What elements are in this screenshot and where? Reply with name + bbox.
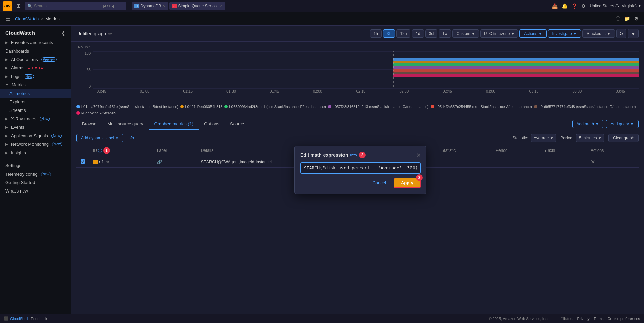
dialog-close-button[interactable]: ✕ xyxy=(416,152,421,158)
y-label-130: 130 xyxy=(85,51,91,55)
sidebar-collapse-button[interactable]: ❮ xyxy=(61,30,65,36)
gear-icon[interactable]: ⚙ xyxy=(581,3,586,9)
search-bar[interactable]: 🔍 [Alt+S] xyxy=(25,2,126,10)
time-3h-button[interactable]: 3h xyxy=(383,29,395,38)
period-select[interactable]: 5 minutes ▼ xyxy=(576,134,604,142)
apps-icon[interactable]: ⊞ xyxy=(15,2,22,10)
question-icon[interactable]: ❓ xyxy=(572,3,577,9)
region-dropdown-arrow: ▼ xyxy=(638,4,641,8)
sidebar-item-xray[interactable]: ▶ X-Ray traces New xyxy=(0,115,71,123)
sidebar-item-telemetry[interactable]: Telemetry config New xyxy=(0,170,71,178)
app-signals-new-badge: New xyxy=(51,134,62,138)
actions-dropdown-icon: ▼ xyxy=(539,32,542,36)
time-3d-button[interactable]: 3d xyxy=(425,29,437,38)
sidebar-item-logs[interactable]: ▶ Logs New xyxy=(0,72,71,81)
bell-icon[interactable]: 🔔 xyxy=(562,3,568,9)
legend-label-2: i-05500964ad2f3dbc1 (ssmStack/Instance-E… xyxy=(229,105,326,109)
time-1h-button[interactable]: 1h xyxy=(370,29,382,38)
actions-button[interactable]: Actions ▼ xyxy=(519,29,546,38)
add-dynamic-label-button[interactable]: Add dynamic label ▼ xyxy=(76,134,123,142)
refresh-dropdown-button[interactable]: ▼ xyxy=(628,29,639,38)
sidebar-item-settings[interactable]: Settings xyxy=(0,161,71,170)
dialog-actions: Cancel Apply 3 xyxy=(300,178,421,188)
sidebar-item-dashboards[interactable]: Dashboards xyxy=(0,47,71,55)
insights-arrow: ▶ xyxy=(5,151,8,155)
row-checkbox[interactable] xyxy=(81,159,85,164)
row-checkbox-cell[interactable] xyxy=(76,156,89,168)
sidebar-item-getting-started[interactable]: Getting Started xyxy=(0,178,71,187)
clear-graph-button[interactable]: Clear graph xyxy=(608,134,639,142)
tab-browse[interactable]: Browse xyxy=(76,119,102,130)
sidebar-label-alarms: Alarms xyxy=(11,65,24,70)
aws-logo: aws xyxy=(3,1,12,11)
tab-options[interactable]: Options xyxy=(199,119,225,130)
math-expression-input[interactable] xyxy=(300,162,421,174)
cookie-link[interactable]: Cookie preferences xyxy=(608,317,640,321)
row-label-link-icon[interactable]: 🔗 xyxy=(157,160,162,164)
sidebar-item-favorites[interactable]: ▶ Favorites and recents xyxy=(0,38,71,47)
dialog-cancel-button[interactable]: Cancel xyxy=(368,178,391,188)
x-label-0100: 01:00 xyxy=(140,89,150,93)
tab-sqs[interactable]: S Simple Queue Service ✕ xyxy=(169,2,225,10)
inbox-icon[interactable]: 📥 xyxy=(552,3,558,9)
stacked-dropdown-icon: ▼ xyxy=(607,32,610,36)
metrics-arrow: ▼ xyxy=(5,83,9,87)
tab-graphed-metrics[interactable]: Graphed metrics (1) xyxy=(149,119,199,130)
cloudshell-link[interactable]: ⬛ CloudShell xyxy=(4,316,28,321)
refresh-button[interactable]: ↻ xyxy=(616,29,626,38)
sidebar-item-whats-new[interactable]: What's new xyxy=(0,187,71,195)
legend-dot-1 xyxy=(180,105,184,108)
sidebar-item-network-monitoring[interactable]: ▶ Network Monitoring New xyxy=(0,140,71,148)
period-value: 5 minutes xyxy=(579,136,597,140)
search-input[interactable] xyxy=(34,4,102,8)
th-statistic: Statistic xyxy=(437,145,492,156)
add-math-button[interactable]: Add math ▼ xyxy=(572,120,604,128)
breadcrumb-parent[interactable]: CloudWatch xyxy=(15,16,39,21)
folder-icon[interactable]: 📁 xyxy=(624,16,630,22)
breadcrumb-current: Metrics xyxy=(45,16,60,21)
terms-link[interactable]: Terms xyxy=(594,317,604,321)
sidebar-item-application-signals[interactable]: ▶ Application Signals New xyxy=(0,132,71,140)
feedback-link[interactable]: Feedback xyxy=(31,317,47,321)
menu-button[interactable]: ☰ xyxy=(5,15,11,23)
statistic-select[interactable]: Average ▼ xyxy=(531,134,556,142)
dialog-header: Edit math expression Info 2 ✕ xyxy=(300,152,421,158)
time-custom-button[interactable]: Custom ▼ xyxy=(452,29,479,38)
stacked-button[interactable]: Stacked ... ▼ xyxy=(582,29,615,38)
time-1d-button[interactable]: 1d xyxy=(412,29,424,38)
time-1w-button[interactable]: 1w xyxy=(439,29,451,38)
tab-source[interactable]: Source xyxy=(225,119,249,130)
alarms-arrow: ▶ xyxy=(5,66,8,70)
id-info-icon[interactable]: ⓘ xyxy=(98,148,102,153)
dialog-info-label[interactable]: Info xyxy=(350,153,357,157)
sidebar-item-insights[interactable]: ▶ Insights xyxy=(0,148,71,157)
time-12h-button[interactable]: 12h xyxy=(396,29,410,38)
tab-sqs-close-icon[interactable]: ✕ xyxy=(220,4,223,8)
dynamic-label-text: Add dynamic label xyxy=(81,136,114,140)
investigate-button[interactable]: Investigate ▼ xyxy=(548,29,581,38)
row-actions-cell: ✕ xyxy=(586,156,639,168)
sidebar-item-all-metrics[interactable]: All metrics xyxy=(0,89,71,98)
sidebar-label-dashboards: Dashboards xyxy=(5,48,29,54)
tab-multi-source[interactable]: Multi source query xyxy=(102,119,149,130)
row-close-button[interactable]: ✕ xyxy=(591,159,595,165)
sidebar-item-alarms[interactable]: ▶ Alarms ▲0 ▼0 ●1 xyxy=(0,64,71,72)
add-query-button[interactable]: Add query ▼ xyxy=(606,120,639,128)
edit-graph-title-icon[interactable]: ✏ xyxy=(108,31,112,36)
info-badge[interactable]: Info xyxy=(127,136,134,140)
sidebar-item-events[interactable]: ▶ Events xyxy=(0,123,71,132)
sidebar-item-metrics[interactable]: ▼ Metrics xyxy=(0,81,71,89)
tab-close-icon[interactable]: ✕ xyxy=(162,4,165,8)
timezone-button[interactable]: UTC timezone ▼ xyxy=(480,29,518,38)
sidebar-item-explorer[interactable]: Explorer xyxy=(0,98,71,106)
privacy-link[interactable]: Privacy xyxy=(577,317,590,321)
settings-icon[interactable]: ⚙ xyxy=(634,16,639,22)
alarms-count: ▲0 ▼0 ●1 xyxy=(27,66,45,70)
tab-dynamodb[interactable]: D DynamoDB ✕ xyxy=(132,2,168,10)
region-select[interactable]: United States (N. Virginia) ▼ xyxy=(590,4,641,8)
sidebar-item-streams[interactable]: Streams xyxy=(0,106,71,115)
sidebar-item-ai-operations[interactable]: ▶ AI Operations Preview xyxy=(0,55,71,64)
row-id-edit-icon[interactable]: ✏ xyxy=(106,160,110,164)
info-icon[interactable]: ⓘ xyxy=(616,16,620,22)
stacked-label: Stacked ... xyxy=(587,31,606,36)
